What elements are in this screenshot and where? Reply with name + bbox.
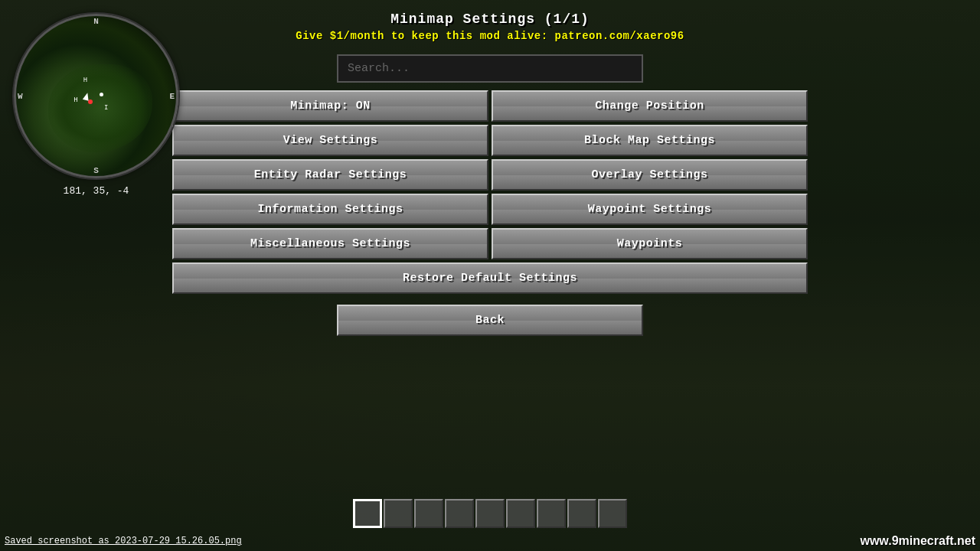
hotbar-slot-5 — [475, 499, 505, 528]
view-settings-button[interactable]: View Settings — [172, 125, 488, 156]
search-input[interactable] — [337, 54, 643, 83]
minimap-label-i: I — [104, 104, 108, 112]
watermark-name: 9minecraft — [892, 534, 954, 547]
hotbar — [353, 499, 627, 528]
hotbar-slot-8 — [567, 499, 596, 528]
buttons-grid: Minimap: ON Change Position View Setting… — [172, 90, 808, 294]
change-position-button[interactable]: Change Position — [492, 90, 808, 122]
coords-text: 181, 35, -4 — [64, 185, 129, 197]
minimap-island — [48, 64, 152, 152]
hotbar-slot-9 — [598, 499, 627, 528]
page-title: Minimap Settings (1/1) — [390, 11, 590, 27]
information-settings-button[interactable]: Information Settings — [172, 194, 488, 225]
screenshot-filename: 2023-07-29_15.26.05.png — [115, 536, 242, 546]
waypoints-button[interactable]: Waypoints — [492, 228, 808, 259]
entity-radar-settings-button[interactable]: Entity Radar Settings — [172, 159, 488, 191]
watermark: www.9minecraft.net — [860, 534, 975, 548]
hotbar-slot-7 — [537, 499, 566, 528]
hotbar-slot-6 — [506, 499, 535, 528]
block-map-settings-button[interactable]: Block Map Settings — [492, 125, 808, 156]
back-button[interactable]: Back — [337, 305, 643, 336]
hotbar-slot-2 — [384, 499, 413, 528]
search-bar-container — [337, 54, 643, 83]
hotbar-slot-3 — [414, 499, 443, 528]
minimap-label-h: H — [83, 77, 87, 84]
status-text: Saved screenshot as — [5, 536, 115, 546]
restore-default-button[interactable]: Restore Default Settings — [172, 262, 808, 294]
hotbar-slot-1 — [353, 499, 382, 528]
status-bar: Saved screenshot as 2023-07-29_15.26.05.… — [5, 536, 242, 546]
minimap-label-hl: H — [74, 96, 77, 104]
minimap-toggle-button[interactable]: Minimap: ON — [172, 90, 488, 122]
overlay-settings-button[interactable]: Overlay Settings — [492, 159, 808, 191]
minimap: H H I — [14, 14, 178, 178]
watermark-prefix: www. — [860, 534, 891, 547]
minimap-red-dot — [88, 99, 93, 104]
minimap-coords: 181, 35, -4 — [14, 185, 178, 197]
waypoint-settings-button[interactable]: Waypoint Settings — [492, 194, 808, 225]
watermark-suffix: .net — [954, 534, 975, 547]
miscellaneous-settings-button[interactable]: Miscellaneous Settings — [172, 228, 488, 259]
hotbar-slot-4 — [445, 499, 474, 528]
back-button-container: Back — [337, 305, 643, 336]
patreon-message: Give $1/month to keep this mod alive: pa… — [296, 30, 684, 42]
